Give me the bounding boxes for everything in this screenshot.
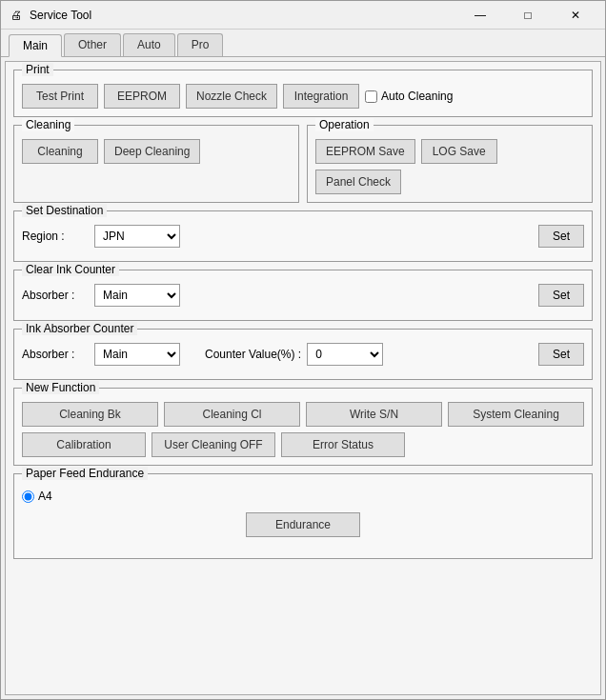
error-status-button[interactable]: Error Status [281, 432, 405, 457]
cleaning-button[interactable]: Cleaning [22, 139, 98, 164]
endurance-row: Endurance [22, 512, 584, 537]
print-group-title: Print [22, 63, 53, 76]
ink-absorber-set-button[interactable]: Set [538, 343, 584, 366]
tab-auto[interactable]: Auto [123, 33, 175, 56]
set-destination-title: Set Destination [22, 204, 107, 217]
new-function-row2: Calibration User Cleaning OFF Error Stat… [22, 432, 584, 457]
nozzle-check-button[interactable]: Nozzle Check [186, 84, 277, 109]
set-destination-group: Set Destination Region : JPN USA EUR Set [13, 210, 593, 262]
system-cleaning-button[interactable]: System Cleaning [448, 402, 584, 427]
clear-ink-absorber-select[interactable]: Main Sub [94, 284, 180, 307]
tab-other[interactable]: Other [64, 33, 121, 56]
cleaning-bk-button[interactable]: Cleaning Bk [22, 402, 158, 427]
ink-absorber-row: Absorber : Main Sub Counter Value(%) : 0… [22, 343, 584, 366]
a4-radio[interactable] [22, 490, 34, 503]
integration-button[interactable]: Integration [283, 84, 359, 109]
new-function-row1: Cleaning Bk Cleaning Cl Write S/N System… [22, 402, 584, 427]
clear-ink-absorber-label: Absorber : [22, 289, 89, 302]
cleaning-subgroup: Cleaning Cleaning Deep Cleaning [13, 125, 299, 203]
operation-subgroup-title: Operation [315, 118, 374, 131]
paper-feed-endurance-group: Paper Feed Endurance A4 Endurance [13, 473, 593, 559]
endurance-button[interactable]: Endurance [246, 512, 360, 537]
window-title: Service Tool [30, 9, 458, 22]
auto-cleaning-row: Auto Cleaning [365, 90, 453, 103]
close-button[interactable]: ✕ [554, 2, 597, 29]
paper-size-row: A4 [22, 490, 584, 503]
clear-ink-set-button[interactable]: Set [538, 284, 584, 307]
new-function-group: New Function Cleaning Bk Cleaning Cl Wri… [13, 388, 593, 466]
panel-check-button[interactable]: Panel Check [315, 170, 401, 194]
clear-ink-counter-group: Clear Ink Counter Absorber : Main Sub Se… [13, 270, 593, 321]
title-bar: 🖨 Service Tool — □ ✕ [1, 1, 605, 30]
cleaning-cl-button[interactable]: Cleaning Cl [164, 402, 300, 427]
log-save-button[interactable]: LOG Save [421, 139, 497, 164]
write-sn-button[interactable]: Write S/N [306, 402, 442, 427]
print-group: Print Test Print EEPROM Nozzle Check Int… [13, 70, 593, 117]
set-destination-button[interactable]: Set [538, 225, 584, 248]
ink-absorber-label: Absorber : [22, 348, 89, 361]
cleaning-operation-row: Cleaning Cleaning Deep Cleaning Operatio… [13, 125, 593, 203]
ink-absorber-counter-title: Ink Absorber Counter [22, 322, 137, 335]
a4-label: A4 [38, 490, 52, 503]
auto-cleaning-label: Auto Cleaning [381, 90, 453, 103]
counter-value-select[interactable]: 0 10 20 50 100 [307, 343, 383, 366]
main-window: 🖨 Service Tool — □ ✕ Main Other Auto Pro… [0, 0, 606, 700]
ink-absorber-select[interactable]: Main Sub [94, 343, 180, 366]
ink-absorber-counter-group: Ink Absorber Counter Absorber : Main Sub… [13, 329, 593, 380]
window-controls: — □ ✕ [458, 2, 597, 29]
counter-value-label: Counter Value(%) : [205, 348, 301, 361]
calibration-button[interactable]: Calibration [22, 432, 146, 457]
tab-pro[interactable]: Pro [177, 33, 224, 56]
clear-ink-counter-title: Clear Ink Counter [22, 263, 119, 276]
eeprom-button[interactable]: EEPROM [104, 84, 180, 109]
paper-feed-endurance-title: Paper Feed Endurance [22, 467, 148, 480]
user-cleaning-off-button[interactable]: User Cleaning OFF [152, 432, 275, 457]
cleaning-subgroup-title: Cleaning [22, 118, 74, 131]
operation-subgroup: Operation EEPROM Save LOG Save Panel Che… [307, 125, 593, 203]
maximize-button[interactable]: □ [506, 2, 550, 29]
tab-bar: Main Other Auto Pro [1, 30, 605, 57]
deep-cleaning-button[interactable]: Deep Cleaning [104, 139, 200, 164]
auto-cleaning-checkbox[interactable] [365, 90, 377, 103]
app-icon: 🖨 [9, 8, 24, 23]
minimize-button[interactable]: — [458, 2, 502, 29]
region-select[interactable]: JPN USA EUR [94, 225, 180, 248]
main-content-area: Print Test Print EEPROM Nozzle Check Int… [5, 61, 601, 695]
region-label: Region : [22, 230, 89, 243]
new-function-title: New Function [22, 381, 99, 394]
tab-main[interactable]: Main [9, 34, 62, 57]
test-print-button[interactable]: Test Print [22, 84, 98, 109]
clear-ink-absorber-row: Absorber : Main Sub Set [22, 284, 584, 307]
eeprom-save-button[interactable]: EEPROM Save [315, 139, 415, 164]
region-row: Region : JPN USA EUR Set [22, 225, 584, 248]
